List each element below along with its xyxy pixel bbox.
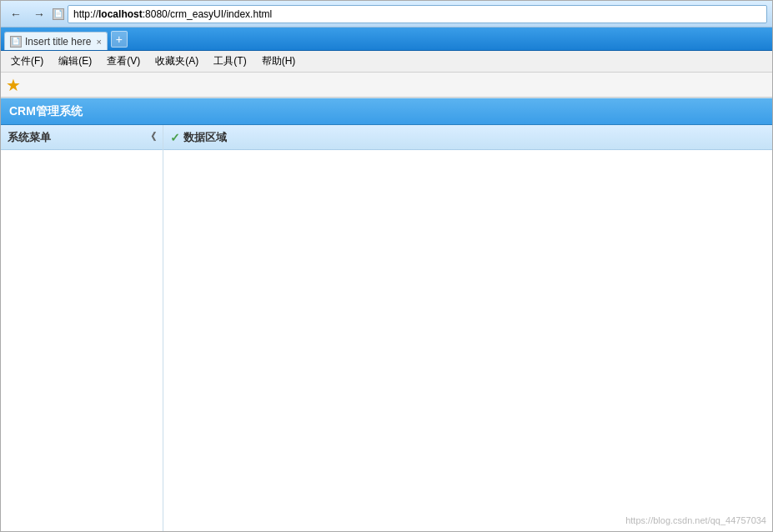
- address-suffix: :8080/crm_easyUI/index.html: [143, 8, 272, 20]
- main-layout: 系统菜单 《 ✓ 数据区域: [1, 125, 772, 531]
- tab-favicon: 📄: [10, 36, 22, 48]
- toolbar: ★: [1, 73, 772, 98]
- page-icon: 📄: [53, 8, 64, 20]
- check-icon: ✓: [170, 131, 180, 144]
- menu-bar: 文件(F) 编辑(E) 查看(V) 收藏夹(A) 工具(T) 帮助(H): [1, 51, 772, 73]
- tab-title: Insert title here: [25, 36, 91, 48]
- sidebar-collapse-button[interactable]: 《: [146, 130, 156, 144]
- body-layout: 系统菜单 《 ✓ 数据区域: [1, 125, 772, 531]
- browser-window: ← → 📄 http://localhost:8080/crm_easyUI/i…: [0, 0, 773, 532]
- back-button[interactable]: ←: [6, 4, 26, 24]
- address-input[interactable]: http://localhost:8080/crm_easyUI/index.h…: [68, 5, 767, 23]
- sidebar-header: 系统菜单 《: [1, 125, 163, 150]
- watermark: https://blog.csdn.net/qq_44757034: [625, 515, 766, 525]
- address-bar-row: ← → 📄 http://localhost:8080/crm_easyUI/i…: [1, 1, 772, 28]
- menu-edit[interactable]: 编辑(E): [52, 53, 98, 70]
- browser-tab[interactable]: 📄 Insert title here ×: [4, 32, 108, 50]
- menu-file[interactable]: 文件(F): [4, 53, 50, 70]
- sidebar-content: [1, 150, 163, 531]
- tab-bar: 📄 Insert title here × +: [1, 28, 772, 51]
- tab-close-button[interactable]: ×: [96, 37, 101, 47]
- menu-tools[interactable]: 工具(T): [207, 53, 253, 70]
- app-title: CRM管理系统: [9, 104, 83, 119]
- address-host: localhost: [98, 8, 143, 20]
- sidebar-title: 系统菜单: [8, 130, 51, 145]
- menu-view[interactable]: 查看(V): [100, 53, 147, 70]
- forward-button[interactable]: →: [29, 4, 49, 24]
- address-prefix: http://: [73, 8, 98, 20]
- menu-help[interactable]: 帮助(H): [255, 53, 303, 70]
- sidebar: 系统菜单 《: [1, 125, 163, 531]
- content-area: ✓ 数据区域: [163, 125, 772, 531]
- menu-favorites[interactable]: 收藏夹(A): [148, 53, 205, 70]
- content-title: 数据区域: [183, 130, 227, 145]
- new-tab-button[interactable]: +: [111, 31, 128, 48]
- favorites-star-icon[interactable]: ★: [6, 75, 21, 95]
- app-header: CRM管理系统: [1, 98, 772, 125]
- content-header: ✓ 数据区域: [163, 125, 772, 150]
- app-area: CRM管理系统 系统菜单 《 ✓ 数据区域: [1, 98, 772, 531]
